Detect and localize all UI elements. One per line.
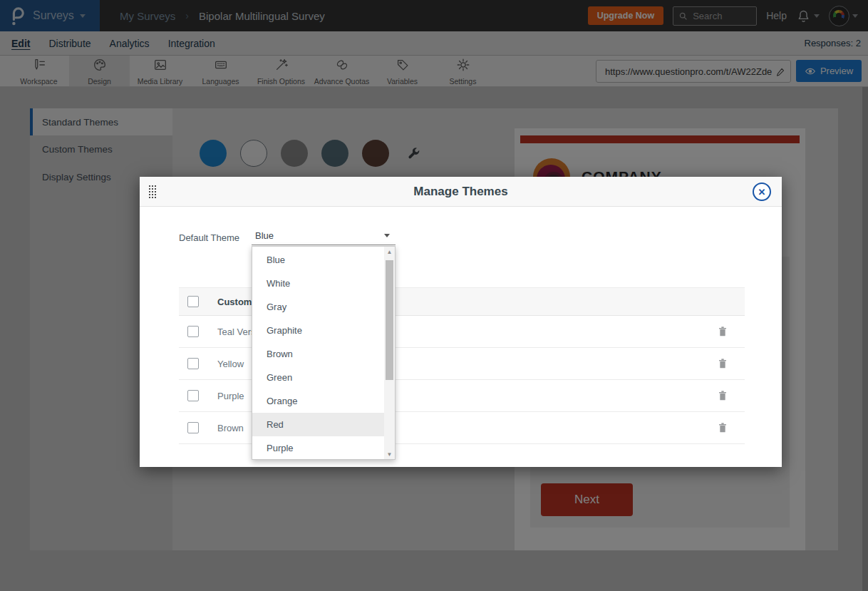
delete-theme-trash-icon[interactable] (717, 357, 728, 370)
theme-name: Brown (217, 423, 244, 433)
scrollbar-thumb[interactable] (386, 260, 393, 380)
chevron-down-icon (384, 234, 390, 237)
delete-theme-trash-icon[interactable] (717, 325, 728, 338)
close-icon[interactable]: ✕ (753, 183, 771, 201)
dropdown-option-green[interactable]: Green (252, 366, 385, 389)
theme-name: Purple (217, 391, 244, 401)
row-checkbox[interactable] (187, 326, 199, 337)
theme-name: Yellow (217, 359, 244, 369)
row-checkbox[interactable] (187, 358, 199, 369)
dropdown-scrollbar[interactable]: ▲ ▼ (384, 247, 395, 459)
dropdown-option-gray[interactable]: Gray (252, 295, 385, 319)
dropdown-option-purple[interactable]: Purple (252, 436, 385, 460)
default-theme-label: Default Theme (179, 232, 239, 243)
delete-theme-trash-icon[interactable] (717, 421, 728, 434)
scroll-down-icon[interactable]: ▼ (384, 449, 395, 459)
delete-theme-trash-icon[interactable] (717, 389, 728, 402)
dropdown-option-white[interactable]: White (252, 272, 385, 295)
dropdown-option-graphite[interactable]: Graphite (252, 319, 385, 342)
scroll-up-icon[interactable]: ▲ (384, 247, 395, 257)
drag-handle-icon[interactable] (149, 185, 157, 198)
manage-themes-modal: Manage Themes ✕ Default Theme Blue Custo… (140, 177, 782, 467)
theme-dropdown: Blue White Gray Graphite Brown Green Ora… (252, 246, 396, 460)
dropdown-option-brown[interactable]: Brown (252, 342, 385, 366)
app-window: Surveys My Surveys › Bipolar Multilingua… (0, 0, 868, 591)
selected-theme-value: Blue (255, 230, 274, 241)
select-all-checkbox[interactable] (187, 296, 199, 307)
dropdown-option-red[interactable]: Red (252, 413, 385, 436)
row-checkbox[interactable] (187, 422, 199, 433)
row-checkbox[interactable] (187, 390, 199, 401)
dropdown-option-blue[interactable]: Blue (252, 248, 385, 272)
modal-header: Manage Themes ✕ (140, 177, 782, 207)
dropdown-option-orange[interactable]: Orange (252, 389, 385, 413)
modal-title: Manage Themes (413, 185, 507, 199)
default-theme-select[interactable]: Blue (252, 227, 396, 245)
